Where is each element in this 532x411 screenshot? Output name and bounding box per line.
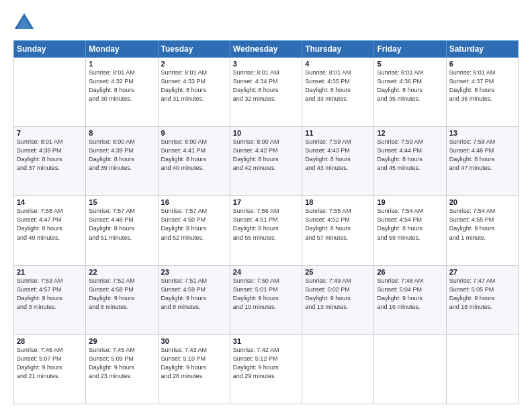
day-info: Sunrise: 7:53 AMSunset: 4:57 PMDaylight:… [17, 277, 83, 312]
day-info: Sunrise: 7:58 AMSunset: 4:47 PMDaylight:… [17, 207, 83, 242]
header [13, 12, 519, 34]
calendar-week-5: 28Sunrise: 7:46 AMSunset: 5:07 PMDayligh… [14, 334, 519, 404]
day-info: Sunrise: 8:01 AMSunset: 4:34 PMDaylight:… [233, 68, 299, 103]
day-number: 31 [233, 337, 299, 345]
day-number: 10 [233, 129, 299, 137]
calendar-cell: 9Sunrise: 8:00 AMSunset: 4:41 PMDaylight… [158, 127, 230, 196]
day-info: Sunrise: 7:52 AMSunset: 4:58 PMDaylight:… [89, 277, 154, 312]
day-info: Sunrise: 7:59 AMSunset: 4:43 PMDaylight:… [305, 138, 371, 173]
day-info: Sunrise: 7:58 AMSunset: 4:46 PMDaylight:… [449, 138, 515, 173]
day-number: 22 [89, 268, 154, 276]
calendar-cell: 20Sunrise: 7:54 AMSunset: 4:55 PMDayligh… [446, 196, 518, 265]
calendar-cell: 18Sunrise: 7:55 AMSunset: 4:52 PMDayligh… [302, 196, 374, 265]
day-number: 29 [89, 337, 154, 345]
calendar-cell: 11Sunrise: 7:59 AMSunset: 4:43 PMDayligh… [302, 127, 374, 196]
day-info: Sunrise: 7:48 AMSunset: 5:04 PMDaylight:… [377, 277, 443, 312]
day-number: 28 [17, 337, 83, 345]
calendar-cell: 3Sunrise: 8:01 AMSunset: 4:34 PMDaylight… [230, 58, 302, 127]
day-number: 4 [305, 60, 371, 68]
calendar-cell: 23Sunrise: 7:51 AMSunset: 4:59 PMDayligh… [158, 265, 230, 334]
calendar-week-1: 1Sunrise: 8:01 AMSunset: 4:32 PMDaylight… [14, 58, 519, 127]
calendar-cell: 25Sunrise: 7:49 AMSunset: 5:02 PMDayligh… [302, 265, 374, 334]
day-number: 17 [233, 198, 299, 206]
day-number: 15 [89, 198, 154, 206]
day-info: Sunrise: 8:00 AMSunset: 4:39 PMDaylight:… [89, 138, 154, 173]
calendar-cell: 30Sunrise: 7:43 AMSunset: 5:10 PMDayligh… [158, 334, 230, 404]
day-number: 23 [161, 268, 227, 276]
calendar-cell: 24Sunrise: 7:50 AMSunset: 5:01 PMDayligh… [230, 265, 302, 334]
calendar-header: SundayMondayTuesdayWednesdayThursdayFrid… [14, 41, 519, 58]
day-number: 14 [17, 198, 83, 206]
day-info: Sunrise: 8:00 AMSunset: 4:42 PMDaylight:… [233, 138, 299, 173]
day-number: 12 [377, 129, 443, 137]
logo [13, 12, 38, 34]
day-number: 20 [449, 198, 515, 206]
calendar-cell: 7Sunrise: 8:01 AMSunset: 4:38 PMDaylight… [14, 127, 86, 196]
day-info: Sunrise: 7:51 AMSunset: 4:59 PMDaylight:… [161, 277, 227, 312]
day-info: Sunrise: 7:57 AMSunset: 4:48 PMDaylight:… [89, 207, 154, 242]
calendar-cell: 12Sunrise: 7:59 AMSunset: 4:44 PMDayligh… [374, 127, 446, 196]
calendar-week-4: 21Sunrise: 7:53 AMSunset: 4:57 PMDayligh… [14, 265, 519, 334]
day-info: Sunrise: 8:01 AMSunset: 4:33 PMDaylight:… [161, 68, 227, 103]
day-number: 3 [233, 60, 299, 68]
calendar-cell [374, 334, 446, 404]
calendar-cell: 13Sunrise: 7:58 AMSunset: 4:46 PMDayligh… [446, 127, 518, 196]
weekday-header-sunday: Sunday [14, 41, 86, 58]
calendar-body: 1Sunrise: 8:01 AMSunset: 4:32 PMDaylight… [14, 58, 519, 404]
calendar-cell: 16Sunrise: 7:57 AMSunset: 4:50 PMDayligh… [158, 196, 230, 265]
day-number: 26 [377, 268, 443, 276]
day-info: Sunrise: 7:57 AMSunset: 4:50 PMDaylight:… [161, 207, 227, 242]
calendar-cell: 5Sunrise: 8:01 AMSunset: 4:36 PMDaylight… [374, 58, 446, 127]
calendar-cell: 27Sunrise: 7:47 AMSunset: 5:05 PMDayligh… [446, 265, 518, 334]
day-number: 7 [17, 129, 83, 137]
calendar-cell: 17Sunrise: 7:56 AMSunset: 4:51 PMDayligh… [230, 196, 302, 265]
day-number: 9 [161, 129, 227, 137]
day-info: Sunrise: 7:50 AMSunset: 5:01 PMDaylight:… [233, 277, 299, 312]
day-number: 13 [449, 129, 515, 137]
day-info: Sunrise: 7:56 AMSunset: 4:51 PMDaylight:… [233, 207, 299, 242]
day-number: 11 [305, 129, 371, 137]
calendar-cell: 8Sunrise: 8:00 AMSunset: 4:39 PMDaylight… [86, 127, 158, 196]
weekday-header-wednesday: Wednesday [230, 41, 302, 58]
day-info: Sunrise: 7:59 AMSunset: 4:44 PMDaylight:… [377, 138, 443, 173]
calendar-cell: 19Sunrise: 7:54 AMSunset: 4:54 PMDayligh… [374, 196, 446, 265]
day-info: Sunrise: 7:46 AMSunset: 5:07 PMDaylight:… [17, 346, 83, 381]
day-number: 27 [449, 268, 515, 276]
day-number: 25 [305, 268, 371, 276]
day-info: Sunrise: 8:01 AMSunset: 4:36 PMDaylight:… [377, 68, 443, 103]
calendar-cell: 29Sunrise: 7:45 AMSunset: 5:09 PMDayligh… [86, 334, 158, 404]
calendar-cell: 14Sunrise: 7:58 AMSunset: 4:47 PMDayligh… [14, 196, 86, 265]
calendar-cell: 6Sunrise: 8:01 AMSunset: 4:37 PMDaylight… [446, 58, 518, 127]
day-number: 19 [377, 198, 443, 206]
day-number: 21 [17, 268, 83, 276]
day-number: 1 [89, 60, 154, 68]
day-info: Sunrise: 7:55 AMSunset: 4:52 PMDaylight:… [305, 207, 371, 242]
day-info: Sunrise: 7:54 AMSunset: 4:55 PMDaylight:… [449, 207, 515, 242]
calendar-cell: 21Sunrise: 7:53 AMSunset: 4:57 PMDayligh… [14, 265, 86, 334]
calendar-cell: 2Sunrise: 8:01 AMSunset: 4:33 PMDaylight… [158, 58, 230, 127]
calendar-cell [302, 334, 374, 404]
day-number: 16 [161, 198, 227, 206]
calendar-table: SundayMondayTuesdayWednesdayThursdayFrid… [13, 40, 519, 404]
weekday-header-saturday: Saturday [446, 41, 518, 58]
day-info: Sunrise: 7:49 AMSunset: 5:02 PMDaylight:… [305, 277, 371, 312]
calendar-week-2: 7Sunrise: 8:01 AMSunset: 4:38 PMDaylight… [14, 127, 519, 196]
weekday-header-row: SundayMondayTuesdayWednesdayThursdayFrid… [14, 41, 519, 58]
calendar-cell [14, 58, 86, 127]
calendar-week-3: 14Sunrise: 7:58 AMSunset: 4:47 PMDayligh… [14, 196, 519, 265]
day-info: Sunrise: 8:01 AMSunset: 4:35 PMDaylight:… [305, 68, 371, 103]
calendar-cell: 1Sunrise: 8:01 AMSunset: 4:32 PMDaylight… [86, 58, 158, 127]
calendar-cell: 26Sunrise: 7:48 AMSunset: 5:04 PMDayligh… [374, 265, 446, 334]
day-info: Sunrise: 8:01 AMSunset: 4:38 PMDaylight:… [17, 138, 83, 173]
day-number: 24 [233, 268, 299, 276]
day-number: 30 [161, 337, 227, 345]
page: SundayMondayTuesdayWednesdayThursdayFrid… [0, 0, 532, 411]
calendar-cell: 28Sunrise: 7:46 AMSunset: 5:07 PMDayligh… [14, 334, 86, 404]
day-info: Sunrise: 7:45 AMSunset: 5:09 PMDaylight:… [89, 346, 154, 381]
day-number: 6 [449, 60, 515, 68]
day-info: Sunrise: 7:43 AMSunset: 5:10 PMDaylight:… [161, 346, 227, 381]
day-info: Sunrise: 7:47 AMSunset: 5:05 PMDaylight:… [449, 277, 515, 312]
day-info: Sunrise: 7:54 AMSunset: 4:54 PMDaylight:… [377, 207, 443, 242]
weekday-header-thursday: Thursday [302, 41, 374, 58]
day-info: Sunrise: 8:01 AMSunset: 4:37 PMDaylight:… [449, 68, 515, 103]
